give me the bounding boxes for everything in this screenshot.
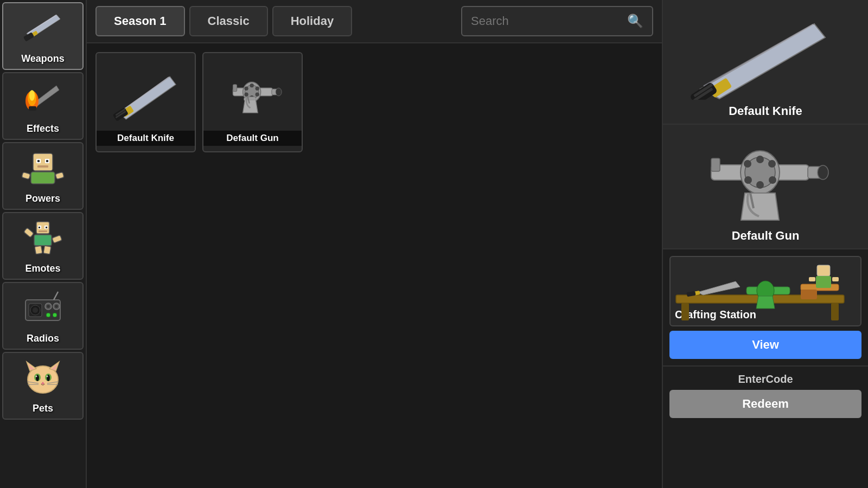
svg-rect-27 <box>35 246 42 254</box>
sidebar: Weapons Effects <box>0 0 87 488</box>
svg-rect-98 <box>681 303 689 320</box>
enter-code-label: EnterCode <box>738 373 793 386</box>
svg-point-69 <box>244 92 248 96</box>
svg-rect-108 <box>817 265 830 276</box>
right-panel: Default Knife <box>662 0 868 488</box>
code-section: EnterCode Redeem <box>663 367 868 425</box>
svg-rect-28 <box>43 246 51 254</box>
sidebar-item-pets[interactable]: Pets <box>2 352 84 420</box>
svg-marker-100 <box>698 281 740 295</box>
sidebar-item-weapons-label: Weapons <box>21 53 65 65</box>
search-bar: 🔍 <box>461 6 653 36</box>
svg-point-33 <box>33 307 38 313</box>
tabs-bar: Season 1 Classic Holiday 🔍 <box>87 0 662 43</box>
item-card-default-gun[interactable]: Default Gun <box>202 52 303 152</box>
svg-point-87 <box>768 160 776 168</box>
tab-season1[interactable]: Season 1 <box>95 6 185 36</box>
item-card-default-knife[interactable]: Default Knife <box>95 52 196 152</box>
svg-point-49 <box>36 375 37 377</box>
effects-icon <box>21 78 65 115</box>
svg-rect-14 <box>37 165 48 168</box>
sidebar-item-powers-label: Powers <box>25 193 60 204</box>
svg-point-88 <box>769 176 776 184</box>
sidebar-item-radios[interactable]: Radios <box>2 282 84 350</box>
item-card-gun-label: Default Gun <box>203 131 302 146</box>
sidebar-item-radios-label: Radios <box>27 333 59 344</box>
svg-line-78 <box>704 24 813 86</box>
crafting-view-button[interactable]: View <box>669 331 861 359</box>
svg-rect-74 <box>233 84 237 91</box>
preview-gun: Default Gun <box>663 125 868 249</box>
items-grid: Default Knife <box>87 43 662 488</box>
svg-point-76 <box>276 88 282 96</box>
svg-rect-8 <box>29 106 36 111</box>
svg-rect-9 <box>33 153 53 171</box>
main-area: Season 1 Classic Holiday 🔍 <box>87 0 662 488</box>
svg-rect-110 <box>809 277 815 281</box>
crafting-preview-image: Crafting Station <box>669 256 861 326</box>
svg-rect-25 <box>24 228 34 237</box>
tab-holiday[interactable]: Holiday <box>272 6 352 36</box>
svg-rect-72 <box>244 98 256 100</box>
svg-point-96 <box>818 165 828 179</box>
svg-rect-111 <box>832 277 839 281</box>
sidebar-item-effects-label: Effects <box>27 123 59 134</box>
svg-point-7 <box>29 90 35 101</box>
svg-point-67 <box>255 92 259 96</box>
item-image-knife <box>102 59 189 132</box>
svg-point-90 <box>744 176 752 184</box>
svg-rect-109 <box>816 276 831 288</box>
sidebar-item-emotes[interactable]: Emotes <box>2 212 84 280</box>
item-image-gun <box>209 59 296 132</box>
preview-knife-label: Default Knife <box>729 104 802 118</box>
svg-rect-23 <box>39 230 47 232</box>
sidebar-item-emotes-label: Emotes <box>25 263 60 274</box>
tab-classic[interactable]: Classic <box>189 6 268 36</box>
svg-rect-16 <box>22 172 30 179</box>
powers-icon <box>21 147 65 185</box>
svg-point-89 <box>756 181 764 189</box>
svg-marker-105 <box>756 296 775 309</box>
pets-icon <box>21 357 65 395</box>
search-icon: 🔍 <box>627 14 643 29</box>
radios-icon <box>21 287 65 325</box>
svg-rect-99 <box>831 303 839 320</box>
svg-point-91 <box>744 160 751 168</box>
svg-rect-107 <box>801 290 817 299</box>
svg-point-35 <box>47 305 50 308</box>
svg-point-86 <box>756 156 764 163</box>
svg-point-66 <box>255 86 259 90</box>
svg-rect-12 <box>37 160 40 162</box>
svg-point-37 <box>55 305 58 308</box>
preview-gun-image <box>674 130 857 227</box>
svg-rect-17 <box>55 172 64 179</box>
preview-knife-image <box>674 5 857 102</box>
svg-point-50 <box>47 375 48 377</box>
sidebar-item-weapons[interactable]: Weapons <box>2 2 84 70</box>
sidebar-item-effects[interactable]: Effects <box>2 72 84 140</box>
search-input[interactable] <box>471 14 623 28</box>
svg-rect-24 <box>34 235 52 246</box>
svg-rect-26 <box>52 235 62 243</box>
svg-rect-15 <box>31 172 55 184</box>
weapons-icon <box>21 8 65 46</box>
emotes-icon <box>21 217 65 255</box>
item-card-knife-label: Default Knife <box>97 131 195 146</box>
sidebar-item-powers[interactable]: Powers <box>2 142 84 210</box>
preview-gun-label: Default Gun <box>732 229 800 243</box>
svg-rect-94 <box>711 158 720 171</box>
redeem-button[interactable]: Redeem <box>669 390 861 418</box>
svg-rect-21 <box>39 227 40 228</box>
preview-knife: Default Knife <box>663 0 868 125</box>
svg-point-39 <box>53 313 57 317</box>
svg-point-38 <box>46 313 50 317</box>
svg-rect-13 <box>46 160 48 162</box>
sidebar-item-pets-label: Pets <box>33 403 53 414</box>
svg-point-70 <box>244 86 248 90</box>
svg-rect-22 <box>46 227 47 228</box>
svg-line-30 <box>54 292 58 300</box>
crafting-section: Crafting Station View <box>663 249 868 367</box>
svg-point-65 <box>250 84 253 87</box>
